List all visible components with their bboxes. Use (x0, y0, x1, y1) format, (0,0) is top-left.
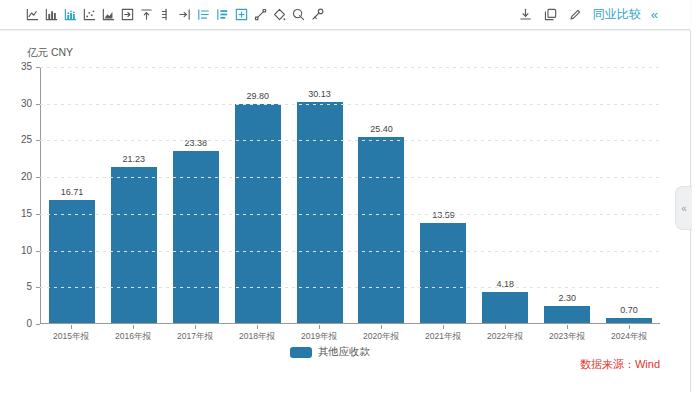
edit-icon[interactable] (568, 7, 583, 22)
y-axis-label: 5 (0, 281, 32, 293)
toolbar-left-icon-group (25, 7, 325, 22)
trend-line-icon[interactable] (253, 7, 268, 22)
chart-bar[interactable] (358, 137, 404, 324)
y-axis-tick (36, 214, 40, 215)
bar-band: 16.71 (41, 67, 103, 323)
gridline (40, 67, 660, 68)
bar-value-label: 2.30 (536, 293, 598, 303)
bar-band: 25.40 (351, 67, 413, 323)
chart-bar[interactable] (420, 223, 466, 323)
y-axis-label: 25 (0, 134, 32, 146)
legend-list-bold-icon[interactable] (215, 7, 230, 22)
bar-value-label: 13.59 (412, 210, 474, 220)
zoom-search-icon[interactable] (291, 7, 306, 22)
stock-chart-page: 同业比较 « 亿元 CNY 16.7121.2323.3829.8030.132… (0, 0, 700, 406)
y-axis-tick (36, 177, 40, 178)
y-axis-tick (36, 251, 40, 252)
chart-bar[interactable] (297, 102, 343, 323)
legend-label: 其他应收款 (318, 345, 371, 359)
column-chart-icon[interactable] (44, 7, 59, 22)
x-axis-tick (505, 325, 506, 329)
bar-band: 21.23 (103, 67, 165, 323)
add-box-icon[interactable] (234, 7, 249, 22)
x-axis-label: 2017年报 (164, 331, 226, 343)
y-axis-label: 35 (0, 61, 32, 73)
x-axis-label: 2024年报 (598, 331, 660, 343)
gridline (40, 140, 660, 141)
x-axis-label: 2020年报 (350, 331, 412, 343)
bar-band: 30.13 (289, 67, 351, 323)
y-axis-label: 15 (0, 208, 32, 220)
bar-band: 13.59 (412, 67, 474, 323)
shift-right-icon[interactable] (120, 7, 135, 22)
bar-value-label: 0.70 (598, 305, 660, 315)
download-icon[interactable] (518, 7, 533, 22)
legend[interactable]: 其他应收款 (0, 345, 660, 359)
x-axis-tick (567, 325, 568, 329)
chart-bar[interactable] (544, 306, 590, 323)
axis-unit-label: 亿元 CNY (27, 46, 73, 60)
chart-bar[interactable] (482, 292, 528, 323)
area-chart-icon[interactable] (101, 7, 116, 22)
gridline (40, 104, 660, 105)
peer-comparison-link[interactable]: 同业比较 (593, 6, 641, 23)
chart-toolbar: 同业比较 « (0, 0, 690, 30)
x-axis-labels: 2015年报2016年报2017年报2018年报2019年报2020年报2021… (40, 331, 660, 343)
chart-bar[interactable] (111, 167, 157, 323)
bar-band: 29.80 (227, 67, 289, 323)
y-axis-tick (36, 287, 40, 288)
line-chart-icon[interactable] (25, 7, 40, 22)
move-right-icon[interactable] (177, 7, 192, 22)
bar-value-label: 30.13 (289, 89, 351, 99)
gridline (40, 177, 660, 178)
data-source-label: 数据来源：Wind (580, 357, 660, 372)
x-axis-label: 2022年报 (474, 331, 536, 343)
axis-marks-icon[interactable] (158, 7, 173, 22)
copy-icon[interactable] (543, 7, 558, 22)
chart-bar[interactable] (49, 200, 95, 323)
gridline (40, 251, 660, 252)
bar-band: 0.70 (598, 67, 660, 323)
y-axis-label: 10 (0, 245, 32, 257)
x-axis-tick (629, 325, 630, 329)
legend-list-icon[interactable] (196, 7, 211, 22)
bar-band: 23.38 (165, 67, 227, 323)
bar-band: 4.18 (474, 67, 536, 323)
y-axis-label: 0 (0, 318, 32, 330)
chart-area: 亿元 CNY 16.7121.2323.3829.8030.1325.4013.… (0, 30, 690, 406)
x-axis-label: 2023年报 (536, 331, 598, 343)
legend-swatch (290, 347, 312, 358)
bar-value-label: 25.40 (351, 124, 413, 134)
bar-plot: 16.7121.2323.3829.8030.1325.4013.594.182… (40, 67, 660, 324)
x-axis-label: 2019年报 (288, 331, 350, 343)
gridline (40, 214, 660, 215)
fill-style-icon[interactable] (272, 7, 287, 22)
align-top-icon[interactable] (139, 7, 154, 22)
y-axis-label: 30 (0, 98, 32, 110)
x-axis-label: 2021年报 (412, 331, 474, 343)
expand-right-panel-tab[interactable]: « (675, 186, 692, 230)
x-axis-tick (195, 325, 196, 329)
y-axis-tick (36, 67, 40, 68)
x-axis-tick (381, 325, 382, 329)
bar-value-label: 29.80 (227, 91, 289, 101)
bar-band: 2.30 (536, 67, 598, 323)
x-axis-label: 2018年报 (226, 331, 288, 343)
brush-tool-icon[interactable] (310, 7, 325, 22)
x-axis-label: 2016年报 (102, 331, 164, 343)
y-axis-tick (36, 324, 40, 325)
y-axis-tick (36, 104, 40, 105)
x-axis-tick (133, 325, 134, 329)
y-axis-tick (36, 140, 40, 141)
bar-value-label: 21.23 (103, 154, 165, 164)
toolbar-right-group: 同业比较 « (518, 0, 658, 29)
gridline (40, 287, 660, 288)
x-axis-tick (319, 325, 320, 329)
column-chart-labeled-icon[interactable] (63, 7, 78, 22)
scatter-chart-icon[interactable] (82, 7, 97, 22)
y-axis-label: 20 (0, 171, 32, 183)
x-axis-tick (257, 325, 258, 329)
x-axis-tick (71, 325, 72, 329)
collapse-toolbar-icon[interactable]: « (651, 7, 658, 22)
chart-bar[interactable] (606, 318, 652, 323)
